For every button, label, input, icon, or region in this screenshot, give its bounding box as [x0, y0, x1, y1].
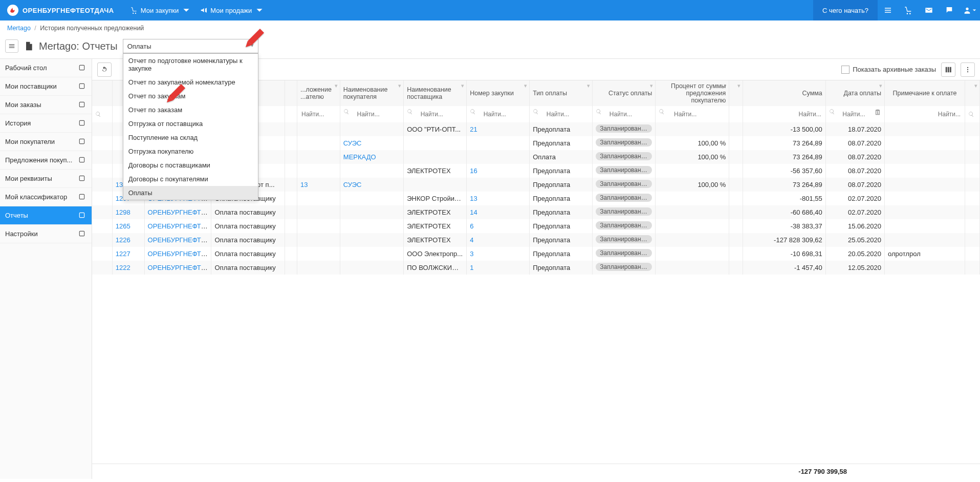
- search-icon: [407, 109, 413, 115]
- filter-icon[interactable]: ▾: [461, 82, 464, 89]
- table-row[interactable]: 1222ОРЕНБУРГНЕФТЕ...Оплата поставщикуПО …: [92, 261, 980, 275]
- topmenu-buy[interactable]: Мои закупки: [130, 7, 190, 14]
- row-owner[interactable]: ОРЕНБУРГНЕФТЕ...: [148, 208, 211, 216]
- search-input[interactable]: [746, 109, 822, 120]
- sidebar-item[interactable]: Мои реквизиты: [0, 170, 92, 188]
- more-button[interactable]: [961, 62, 975, 77]
- search-input[interactable]: [546, 109, 585, 120]
- clock-icon: [78, 119, 86, 128]
- search-icon[interactable]: [95, 111, 101, 117]
- search-icon: [659, 109, 665, 115]
- sidebar-item[interactable]: Мои поставщики: [0, 77, 92, 96]
- search-input[interactable]: [483, 109, 522, 120]
- filter-icon[interactable]: ▾: [335, 82, 338, 89]
- table-row[interactable]: 1226ОРЕНБУРГНЕФТЕ...Оплата поставщикуЭЛЕ…: [92, 233, 980, 247]
- sidebar-item[interactable]: Настройки: [0, 225, 92, 243]
- refresh-button[interactable]: [97, 62, 112, 77]
- sidebar-item[interactable]: История: [0, 114, 92, 133]
- filter-icon[interactable]: ▾: [879, 82, 882, 89]
- user-menu[interactable]: [960, 0, 980, 20]
- sidebar-item[interactable]: Мои покупатели: [0, 133, 92, 151]
- eye-icon: [78, 138, 86, 146]
- row-owner[interactable]: ОРЕНБУРГНЕФТЕ...: [148, 236, 211, 244]
- hash-icon: [78, 193, 86, 201]
- col-supplier: Наименование поставщика▾: [404, 80, 467, 106]
- row-owner[interactable]: ОРЕНБУРГНЕФТЕ...: [148, 264, 211, 271]
- footer-total: -127 790 399,58: [798, 468, 847, 475]
- dropdown-item[interactable]: Отчет по подготовке номенклатуры к закуп…: [123, 54, 258, 75]
- mail-icon[interactable]: [919, 0, 939, 20]
- status-badge: Запланировано...: [596, 194, 652, 202]
- filter-icon[interactable]: ▾: [650, 82, 653, 89]
- table-row[interactable]: 1298ОРЕНБУРГНЕФТЕ...Оплата поставщикуЭЛЕ…: [92, 205, 980, 219]
- breadcrumb-home[interactable]: Mertago: [7, 25, 31, 32]
- svg-rect-1: [79, 83, 84, 88]
- search-input[interactable]: [841, 109, 870, 120]
- hamburger-icon: [8, 43, 15, 50]
- row-owner[interactable]: ОРЕНБУРГНЕФТЕ...: [148, 250, 211, 258]
- row-id[interactable]: 1227: [116, 250, 130, 258]
- calendar-icon[interactable]: 🗓: [875, 109, 881, 116]
- cart-icon[interactable]: [898, 0, 919, 20]
- dropdown-item[interactable]: Поступление на склад: [123, 131, 258, 144]
- table-row[interactable]: 1227ОРЕНБУРГНЕФТЕ...Оплата поставщикуООО…: [92, 247, 980, 261]
- search-input[interactable]: [300, 109, 337, 120]
- dropdown-item[interactable]: Отгрузка покупателю: [123, 144, 258, 158]
- cart-icon: [130, 7, 138, 14]
- kebab-icon: [964, 66, 971, 73]
- filter-icon[interactable]: ▾: [724, 82, 727, 89]
- search-input[interactable]: [888, 109, 962, 120]
- show-archived-checkbox[interactable]: Показать архивные заказы: [841, 66, 936, 74]
- document-icon: [24, 41, 34, 51]
- search-input[interactable]: [673, 109, 720, 120]
- status-badge: Запланировано...: [596, 235, 652, 243]
- filter-icon[interactable]: ▾: [524, 82, 527, 89]
- filter-icon[interactable]: ▾: [737, 82, 741, 89]
- status-badge: Запланировано...: [596, 263, 652, 271]
- sidebar-item[interactable]: Рабочий стол: [0, 59, 92, 77]
- dropdown-item[interactable]: Отчет по закупаемой номеклатуре: [123, 75, 258, 89]
- report-select-button[interactable]: Оплаты: [123, 39, 258, 53]
- search-input[interactable]: [420, 109, 459, 120]
- dropdown-item[interactable]: Отчет по заказам: [123, 103, 258, 117]
- filter-icon[interactable]: ▾: [974, 82, 977, 89]
- table-footer: -127 790 399,58: [92, 464, 980, 479]
- filter-icon[interactable]: ▾: [587, 82, 590, 89]
- toggle-sidebar-button[interactable]: [5, 39, 18, 53]
- search-icon[interactable]: [968, 111, 974, 117]
- truck-icon: [78, 101, 86, 109]
- dropdown-item[interactable]: Отчет по закупкам: [123, 89, 258, 103]
- sidebar-item[interactable]: Предложения покуп...: [0, 151, 92, 170]
- sidebar-item[interactable]: Отчеты: [0, 206, 92, 225]
- chat-icon[interactable]: [939, 0, 960, 20]
- get-started-button[interactable]: С чего начать?: [813, 0, 878, 20]
- status-badge: Запланировано...: [596, 180, 652, 188]
- row-id[interactable]: 1298: [116, 208, 130, 216]
- brand[interactable]: ОРЕНБУРГНЕФТЕОТДАЧА: [0, 5, 121, 16]
- dropdown-item[interactable]: Отгрузка от поставщика: [123, 117, 258, 131]
- row-id[interactable]: 1222: [116, 264, 130, 271]
- row-id[interactable]: 1226: [116, 236, 130, 244]
- sidebar-item[interactable]: Мой классификатор: [0, 188, 92, 206]
- list-icon[interactable]: [878, 0, 898, 20]
- columns-icon: [945, 66, 952, 73]
- doc-icon: [78, 212, 86, 220]
- row-id[interactable]: 1265: [116, 222, 130, 230]
- filter-icon[interactable]: ▾: [398, 82, 401, 89]
- columns-button[interactable]: [941, 62, 955, 77]
- dropdown-item[interactable]: Оплаты: [123, 186, 258, 200]
- search-input[interactable]: [608, 109, 648, 120]
- status-badge: Запланировано...: [596, 152, 652, 160]
- book-icon: [78, 82, 86, 91]
- row-owner[interactable]: ОРЕНБУРГНЕФТЕ...: [148, 222, 211, 230]
- dropdown-item[interactable]: Договоры с поставщиками: [123, 158, 258, 172]
- topmenu-sell[interactable]: Мои продажи: [200, 7, 263, 14]
- sidebar-item[interactable]: Мои заказы: [0, 96, 92, 114]
- table-row[interactable]: 1265ОРЕНБУРГНЕФТЕ...Оплата поставщикуЭЛЕ…: [92, 219, 980, 233]
- topnav-right: С чего начать?: [813, 0, 980, 20]
- dropdown-item[interactable]: Договоры с покупателями: [123, 172, 258, 186]
- status-badge: Запланировано...: [596, 207, 652, 216]
- search-input[interactable]: [356, 109, 396, 120]
- col-order: Номер закупки▾: [467, 80, 530, 106]
- megaphone-icon: [200, 7, 207, 14]
